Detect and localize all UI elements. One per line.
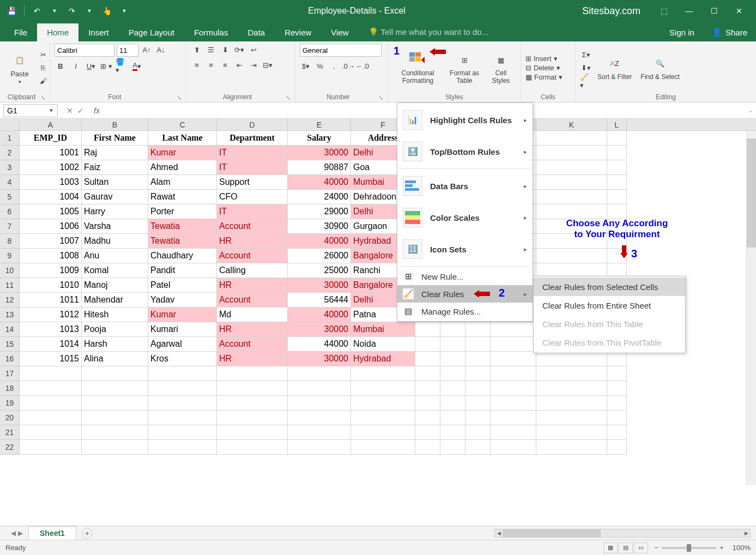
zoom-slider[interactable] [662,547,716,549]
cell[interactable]: 1004 [20,190,82,204]
cell[interactable] [536,440,607,455]
font-color-icon[interactable]: A▾ [131,60,143,72]
menu-top-bottom-rules[interactable]: 🔝Top/Bottom Rules▸ [397,136,533,167]
ribbon-display-icon[interactable]: ⬚ [651,0,676,22]
cell[interactable]: 1007 [20,234,82,249]
zoom-in-button[interactable]: + [719,544,724,552]
vertical-scrollbar[interactable] [746,131,756,485]
cell[interactable] [20,425,82,440]
cell[interactable] [415,425,440,440]
cancel-formula-icon[interactable]: ✕ [66,106,73,115]
row-header[interactable]: 19 [0,396,20,411]
cell[interactable] [440,322,465,337]
find-select-button[interactable]: 🔍 Find & Select [637,53,682,83]
cell[interactable]: 1011 [20,293,82,307]
cell[interactable] [491,366,536,381]
cell[interactable] [465,352,491,366]
menu-new-rule[interactable]: ⊞New Rule... [397,268,533,285]
cell[interactable]: Komal [82,263,148,278]
cell[interactable] [607,352,627,366]
autosum-icon[interactable]: Σ▾ [580,49,592,61]
cell[interactable] [351,440,415,455]
cell[interactable] [491,396,536,411]
cell[interactable]: 24000 [288,190,351,204]
menu-color-scales[interactable]: Color Scales▸ [397,202,533,233]
cell[interactable]: Salary [288,131,351,146]
cell[interactable]: Hitesh [82,307,148,322]
horizontal-scrollbar[interactable]: ◀ ▶ [93,529,756,538]
number-launcher-icon[interactable]: ⤡ [379,95,383,101]
wrap-text-icon[interactable]: ↩ [247,44,259,56]
cell[interactable]: Alina [82,352,148,366]
view-page-layout-icon[interactable]: ▤ [619,542,633,553]
cell[interactable]: Mumbai [351,322,415,337]
clipboard-launcher-icon[interactable]: ⤡ [41,95,45,101]
cell[interactable] [148,411,217,425]
cell[interactable]: Faiz [82,160,148,175]
cell[interactable] [607,425,627,440]
cell[interactable]: 1006 [20,219,82,234]
cell[interactable] [20,381,82,396]
cell[interactable] [20,366,82,381]
hscroll-left-icon[interactable]: ◀ [495,529,503,537]
cell[interactable] [465,425,491,440]
cell[interactable] [288,425,351,440]
cell[interactable]: 30000 [288,352,351,366]
cell[interactable]: 40000 [288,234,351,249]
cell[interactable]: Kumar [148,146,217,160]
enter-formula-icon[interactable]: ✓ [77,106,84,115]
cell[interactable]: 1005 [20,204,82,219]
cell[interactable] [288,440,351,455]
cell[interactable]: IT [217,160,288,175]
cell[interactable]: HR [217,322,288,337]
cell[interactable]: 30000 [288,322,351,337]
cell[interactable] [82,381,148,396]
cell[interactable]: Anu [82,249,148,263]
delete-cells-button[interactable]: ⊟Delete ▾ [525,64,563,72]
tab-formulas[interactable]: Formulas [184,23,238,41]
share-button[interactable]: 👤Share [703,23,756,41]
decrease-font-icon[interactable]: A↓ [155,44,167,56]
cell[interactable] [440,440,465,455]
row-header[interactable]: 17 [0,366,20,381]
row-header[interactable]: 5 [0,190,20,204]
tab-home[interactable]: Home [37,23,78,41]
cell[interactable] [607,204,627,219]
cell[interactable] [20,396,82,411]
cell[interactable]: Hydrabad [351,352,415,366]
cell[interactable] [607,396,627,411]
cell[interactable] [607,160,627,175]
cell[interactable]: Tewatia [148,219,217,234]
redo-dropdown-icon[interactable]: ▼ [82,4,96,18]
column-header-E[interactable]: E [288,119,351,130]
bold-button[interactable]: B [55,60,66,72]
cell[interactable]: Pandit [148,263,217,278]
cell[interactable]: Alam [148,175,217,190]
cell[interactable] [415,322,440,337]
close-button[interactable]: ✕ [727,0,752,22]
select-all-corner[interactable] [0,119,20,130]
cell[interactable]: HR [217,278,288,293]
fill-icon[interactable]: ⬇▾ [580,62,592,74]
cell[interactable] [440,352,465,366]
format-painter-icon[interactable]: 🖌 [37,75,49,87]
cell[interactable] [288,366,351,381]
row-header[interactable]: 3 [0,160,20,175]
cell[interactable] [536,352,607,366]
cell[interactable]: 44000 [288,337,351,352]
view-normal-icon[interactable]: ▦ [603,542,618,553]
cell[interactable] [536,249,607,263]
cell[interactable] [536,146,607,160]
cell[interactable] [288,396,351,411]
cell[interactable]: Account [217,249,288,263]
cell[interactable]: 26000 [288,249,351,263]
cell[interactable]: HR [217,234,288,249]
cell[interactable]: 1015 [20,352,82,366]
zoom-level[interactable]: 100% [733,544,751,552]
cell[interactable] [415,366,440,381]
increase-decimal-icon[interactable]: .0→ [342,60,354,72]
cell[interactable]: Calling [217,263,288,278]
cell[interactable]: Department [217,131,288,146]
menu-manage-rules[interactable]: ▤Manage Rules... [397,303,533,320]
cell[interactable] [351,381,415,396]
